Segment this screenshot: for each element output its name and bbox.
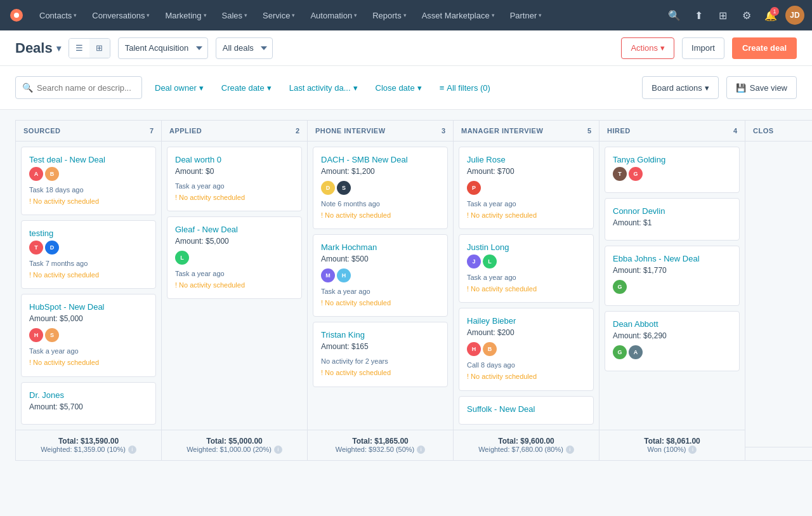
deal-card[interactable]: Dr. JonesAmount: $5,700 (21, 382, 156, 425)
nav-reports[interactable]: Reports▾ (366, 0, 413, 30)
info-icon[interactable]: i (274, 446, 282, 454)
create-date-filter[interactable]: Create date ▾ (216, 76, 277, 99)
deal-card[interactable]: Mark HochmanAmount: $500MHTask a year ag… (313, 234, 448, 317)
deal-card[interactable]: Hailey BieberAmount: $200HBCall 8 days a… (459, 308, 594, 390)
column-footer-applied: Total: $5,000.00 Weighted: $1,000.00 (20… (162, 430, 307, 460)
deal-card[interactable]: Tanya GoldingTG (605, 147, 740, 193)
column-cards-sourced: Test deal - New DealABTask 18 days ago! … (16, 142, 161, 430)
column-footer-closed (745, 447, 812, 460)
info-icon[interactable]: i (566, 446, 574, 454)
close-date-chevron-icon: ▾ (417, 83, 422, 93)
deal-owner-chevron-icon: ▾ (199, 83, 204, 93)
deal-card-avatars: JL (467, 255, 586, 268)
deal-card[interactable]: Dean AbbottAmount: $6,290GA (605, 311, 740, 371)
nav-marketing[interactable]: Marketing▾ (159, 0, 213, 30)
column-footer-hired: Total: $8,061.00 Won (100%) i (599, 430, 745, 460)
save-icon: 💾 (736, 83, 746, 93)
deal-card[interactable]: DACH - SMB New DealAmount: $1,200DSNote … (313, 147, 448, 229)
deal-card[interactable]: Justin LongJLTask a year ago! No activit… (459, 234, 594, 303)
user-avatar[interactable]: JD (785, 6, 804, 25)
deal-card-avatars: G (613, 280, 731, 294)
list-view-button[interactable]: ☰ (69, 39, 89, 58)
deal-card-title: Justin Long (467, 242, 586, 252)
deal-card-amount: Amount: $1,770 (613, 266, 731, 275)
column-header-manager-interview: MANAGER INTERVIEW5 (454, 121, 599, 142)
deal-card[interactable]: Connor DevlinAmount: $1 (605, 198, 740, 241)
deal-filter-select[interactable]: All deals (216, 37, 273, 59)
last-activity-filter[interactable]: Last activity da... ▾ (284, 76, 363, 99)
nav-contacts[interactable]: Contacts▾ (33, 0, 83, 30)
info-icon[interactable]: i (128, 446, 136, 454)
nav-automation[interactable]: Automation▾ (304, 0, 363, 30)
column-count-sourced: 7 (150, 127, 154, 135)
nav-partner[interactable]: Partner▾ (504, 0, 549, 30)
deal-card-avatars: TG (613, 167, 731, 181)
deal-card-avatars: AB (29, 167, 148, 181)
nav-service[interactable]: Service▾ (256, 0, 301, 30)
deal-card[interactable]: testingTDTask 7 months ago! No activity … (21, 220, 156, 289)
deal-card-title: Deal worth 0 (175, 155, 294, 164)
create-date-chevron-icon: ▾ (267, 83, 272, 93)
svg-point-1 (14, 13, 19, 18)
search-box[interactable]: 🔍 (15, 76, 142, 99)
upgrade-button[interactable]: ⬆ (689, 6, 708, 25)
deal-card-meta: Task a year ago! No activity scheduled (175, 181, 294, 203)
deal-card[interactable]: Julie RoseAmount: $700PTask a year ago! … (459, 147, 594, 229)
search-button[interactable]: 🔍 (665, 6, 684, 25)
deal-card-amount: Amount: $500 (321, 255, 440, 263)
nav-asset-marketplace[interactable]: Asset Marketplace▾ (416, 0, 501, 30)
deal-card-meta: Task a year ago! No activity scheduled (321, 286, 440, 308)
notifications-button[interactable]: 🔔 1 (761, 6, 780, 25)
deal-card[interactable]: HubSpot - New DealAmount: $5,000HSTask a… (21, 294, 156, 376)
column-cards-manager-interview: Julie RoseAmount: $700PTask a year ago! … (454, 142, 599, 430)
title-caret-icon[interactable]: ▾ (56, 43, 61, 53)
deal-card[interactable]: Ebba Johns - New DealAmount: $1,770G (605, 246, 740, 306)
avatar: J (467, 255, 481, 268)
deal-card[interactable]: Deal worth 0Amount: $0Task a year ago! N… (167, 147, 302, 211)
column-total: Total: $13,590.00 (23, 437, 154, 446)
deal-card[interactable]: Tristan KingAmount: $165No activity for … (313, 322, 448, 387)
deal-card[interactable]: Suffolk - New Deal (459, 396, 594, 425)
search-input[interactable] (37, 83, 135, 93)
deal-card-meta: Call 8 days ago! No activity scheduled (467, 360, 586, 382)
avatar: B (483, 342, 497, 356)
kanban-board: SOURCED7Test deal - New DealABTask 18 da… (15, 120, 797, 461)
all-filters-button[interactable]: ≡ All filters (0) (435, 76, 495, 99)
nav-conversations[interactable]: Conversations▾ (86, 0, 156, 30)
column-count-applied: 2 (296, 127, 299, 135)
info-icon[interactable]: i (417, 446, 425, 454)
column-sourced: SOURCED7Test deal - New DealABTask 18 da… (15, 120, 161, 461)
avatar: S (45, 328, 59, 342)
hubspot-logo[interactable] (8, 6, 25, 24)
deal-card-amount: Amount: $1,200 (321, 167, 440, 176)
column-title-sourced: SOURCED (23, 127, 61, 135)
deal-card-meta: Task a year ago! No activity scheduled (175, 268, 294, 291)
board-actions-button[interactable]: Board actions ▾ (642, 76, 719, 99)
pipeline-select[interactable]: Talent Acquisition (118, 37, 208, 59)
deal-card[interactable]: Gleaf - New DealAmount: $5,000LTask a ye… (167, 216, 302, 299)
deal-owner-filter[interactable]: Deal owner ▾ (150, 76, 209, 99)
filter-icon: ≡ (440, 83, 445, 93)
deal-card-meta: No activity for 2 years! No activity sch… (321, 356, 440, 378)
close-date-filter[interactable]: Close date ▾ (370, 76, 427, 99)
info-icon[interactable]: i (688, 446, 697, 454)
avatar: A (629, 345, 643, 359)
deal-card-title: Tristan King (321, 330, 440, 340)
column-weighted: Weighted: $1,359.00 (10%) i (23, 446, 154, 454)
deal-card-title: Julie Rose (467, 155, 586, 164)
deal-card-meta: Task a year ago! No activity scheduled (467, 199, 586, 221)
board-view-button[interactable]: ⊞ (89, 39, 110, 58)
column-footer-manager-interview: Total: $9,600.00 Weighted: $7,680.00 (80… (454, 430, 599, 460)
nav-sales[interactable]: Sales▾ (216, 0, 254, 30)
create-deal-button[interactable]: Create deal (732, 37, 797, 59)
avatar: L (175, 251, 189, 265)
settings-button[interactable]: ⚙ (737, 6, 756, 25)
deal-card-title: Mark Hochman (321, 242, 440, 252)
actions-button[interactable]: Actions ▾ (621, 37, 674, 59)
avatar: P (467, 181, 481, 195)
last-activity-chevron-icon: ▾ (353, 83, 358, 93)
apps-button[interactable]: ⊞ (713, 6, 732, 25)
save-view-button[interactable]: 💾 Save view (726, 76, 797, 99)
import-button[interactable]: Import (682, 37, 724, 59)
deal-card[interactable]: Test deal - New DealABTask 18 days ago! … (21, 147, 156, 215)
